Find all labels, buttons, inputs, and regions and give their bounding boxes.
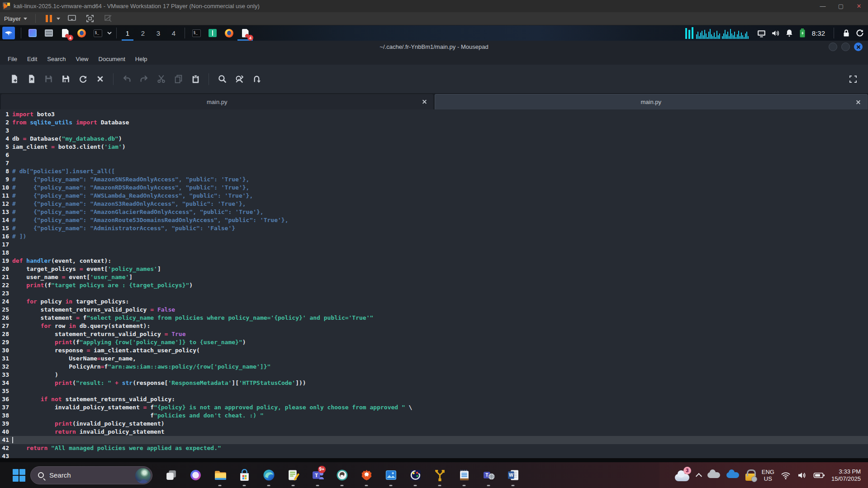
tab-main.py-2[interactable]: main.py bbox=[435, 94, 868, 109]
suspend-options-chevron-icon[interactable] bbox=[57, 18, 60, 20]
taskbar-search[interactable]: Search bbox=[30, 466, 152, 484]
notepad-taskbar-button[interactable] bbox=[452, 464, 476, 487]
go-to-button[interactable] bbox=[248, 71, 265, 87]
workspace-4[interactable]: 4 bbox=[168, 26, 180, 40]
minimize-button[interactable] bbox=[829, 43, 837, 51]
wifi-icon[interactable] bbox=[781, 471, 791, 480]
fullscreen-vm-button[interactable] bbox=[85, 14, 95, 23]
find-replace-button[interactable] bbox=[231, 71, 248, 87]
language-indicator[interactable]: ENG US bbox=[762, 469, 774, 482]
security-lock-icon[interactable] bbox=[745, 474, 755, 481]
menu-edit[interactable]: Edit bbox=[22, 53, 42, 65]
minimize-button[interactable]: — bbox=[814, 0, 832, 12]
code-line-14: 14# {"policy_name": "AmazonRoute53Domain… bbox=[0, 216, 868, 224]
workspace-3[interactable]: 3 bbox=[152, 26, 164, 40]
maximize-button[interactable]: ▢ bbox=[832, 0, 850, 12]
photos-taskbar-button[interactable] bbox=[379, 464, 403, 487]
terminal-window-button[interactable]: $_ bbox=[190, 26, 203, 40]
send-ctrl-alt-del-button[interactable] bbox=[67, 14, 76, 23]
lock-screen-icon[interactable] bbox=[842, 28, 851, 38]
volume-icon[interactable] bbox=[771, 28, 780, 38]
file-explorer-taskbar-button[interactable] bbox=[208, 464, 232, 487]
launcher-chevron-icon[interactable] bbox=[107, 31, 112, 35]
code-line-27: 27 for row in db.query(statement): bbox=[0, 322, 868, 330]
maximize-button[interactable] bbox=[841, 43, 850, 51]
tab-close-icon[interactable] bbox=[422, 99, 427, 104]
teams-taskbar-button[interactable]: T9+ bbox=[305, 464, 330, 487]
close-button[interactable]: ✕ bbox=[850, 0, 868, 12]
edge-taskbar-button[interactable] bbox=[256, 464, 281, 487]
panel-clock[interactable]: 8:32 bbox=[812, 29, 825, 37]
paint-icon bbox=[409, 469, 422, 481]
suspend-vm-button[interactable] bbox=[46, 15, 52, 22]
volume-icon[interactable] bbox=[797, 471, 807, 480]
battery-icon[interactable] bbox=[798, 28, 806, 38]
menu-document[interactable]: Document bbox=[94, 53, 130, 65]
open-document-button[interactable] bbox=[23, 71, 40, 87]
find-button[interactable] bbox=[213, 71, 231, 87]
terminal-launcher[interactable]: $_ bbox=[91, 26, 104, 40]
tab-main.py-1[interactable]: main.py bbox=[1, 94, 433, 109]
redo-button[interactable] bbox=[135, 71, 152, 87]
menu-help[interactable]: Help bbox=[130, 53, 152, 65]
firefox-launcher[interactable] bbox=[75, 26, 88, 40]
notepad-icon bbox=[458, 469, 470, 481]
close-document-button[interactable] bbox=[91, 71, 109, 87]
search-icon bbox=[38, 472, 44, 478]
start-button[interactable] bbox=[12, 469, 26, 482]
cut-button[interactable] bbox=[152, 71, 170, 87]
edge-icon bbox=[263, 469, 275, 481]
onedrive-paused-icon[interactable] bbox=[707, 472, 720, 478]
tab-close-icon[interactable] bbox=[856, 99, 861, 104]
brave-taskbar-button[interactable] bbox=[354, 464, 379, 487]
taskbar-clock[interactable]: 3:33 PM 15/07/2025 bbox=[831, 468, 861, 483]
menu-search[interactable]: Search bbox=[42, 53, 71, 65]
firefox-window-button[interactable] bbox=[222, 26, 236, 40]
copilot-taskbar-button[interactable] bbox=[183, 464, 208, 487]
dbeaver-taskbar-button[interactable] bbox=[330, 464, 354, 487]
fork-taskbar-button[interactable] bbox=[427, 464, 452, 487]
mousepad-launcher[interactable]: 4 bbox=[58, 26, 72, 40]
workspace-2[interactable]: 2 bbox=[137, 26, 149, 40]
reload-button[interactable] bbox=[74, 71, 91, 87]
green-app-window-button[interactable] bbox=[206, 26, 219, 40]
line-number: 32 bbox=[0, 363, 12, 371]
menu-view[interactable]: View bbox=[71, 53, 94, 65]
copy-button[interactable] bbox=[170, 71, 187, 87]
word-taskbar-button[interactable]: W bbox=[501, 464, 525, 487]
undo-button[interactable] bbox=[118, 71, 135, 87]
unity-mode-button[interactable] bbox=[104, 14, 113, 23]
hidden-icons-chevron-icon[interactable] bbox=[696, 473, 702, 479]
save-button[interactable] bbox=[40, 71, 57, 87]
display-settings-icon[interactable] bbox=[757, 28, 766, 38]
code-text: # ]) bbox=[12, 232, 26, 241]
code-editor[interactable]: 1import boto32from sqlite_utils import D… bbox=[0, 109, 868, 458]
line-number: 7 bbox=[0, 159, 12, 167]
redo-icon bbox=[139, 74, 149, 84]
player-menu-button[interactable]: Player bbox=[0, 12, 32, 25]
new-document-button[interactable] bbox=[5, 71, 23, 87]
line-number: 42 bbox=[0, 444, 12, 452]
kali-menu-button[interactable] bbox=[2, 27, 15, 39]
workspace-1[interactable]: 1 bbox=[122, 26, 133, 40]
close-button[interactable] bbox=[854, 43, 863, 51]
onedrive-icon[interactable] bbox=[726, 472, 739, 478]
teams-classic-taskbar-button[interactable]: T bbox=[476, 464, 501, 487]
task-view-taskbar-button[interactable] bbox=[159, 464, 183, 487]
notepadpp-taskbar-button[interactable] bbox=[281, 464, 305, 487]
menu-file[interactable]: File bbox=[3, 53, 22, 65]
fullscreen-button[interactable] bbox=[844, 71, 862, 87]
mousepad-titlebar[interactable]: ~/.cache/.fr-YnbBm1/main.py - Mousepad bbox=[0, 41, 868, 53]
weather-tray-icon[interactable]: 3 bbox=[675, 469, 690, 481]
line-number: 16 bbox=[0, 232, 12, 241]
mousepad-window-button[interactable]: 4 bbox=[238, 26, 252, 40]
file-manager-launcher[interactable] bbox=[42, 26, 56, 40]
battery-icon[interactable] bbox=[813, 471, 825, 480]
paste-button[interactable] bbox=[187, 71, 204, 87]
show-desktop-button[interactable] bbox=[26, 26, 39, 40]
logout-icon[interactable] bbox=[855, 28, 864, 38]
save-as-button[interactable] bbox=[57, 71, 74, 87]
microsoft-store-taskbar-button[interactable] bbox=[232, 464, 256, 487]
paint-taskbar-button[interactable] bbox=[403, 464, 427, 487]
notifications-bell-icon[interactable] bbox=[785, 28, 794, 38]
